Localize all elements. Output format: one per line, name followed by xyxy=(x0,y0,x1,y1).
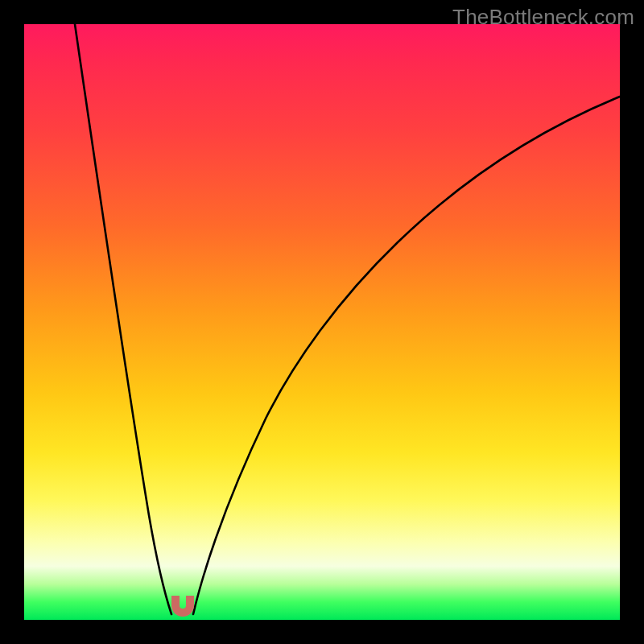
plot-area xyxy=(24,24,620,620)
left-curve xyxy=(75,24,171,614)
watermark-text: TheBottleneck.com xyxy=(452,5,634,30)
chart-frame: TheBottleneck.com xyxy=(0,0,644,644)
right-curve xyxy=(193,97,620,614)
curves-svg xyxy=(24,24,620,620)
